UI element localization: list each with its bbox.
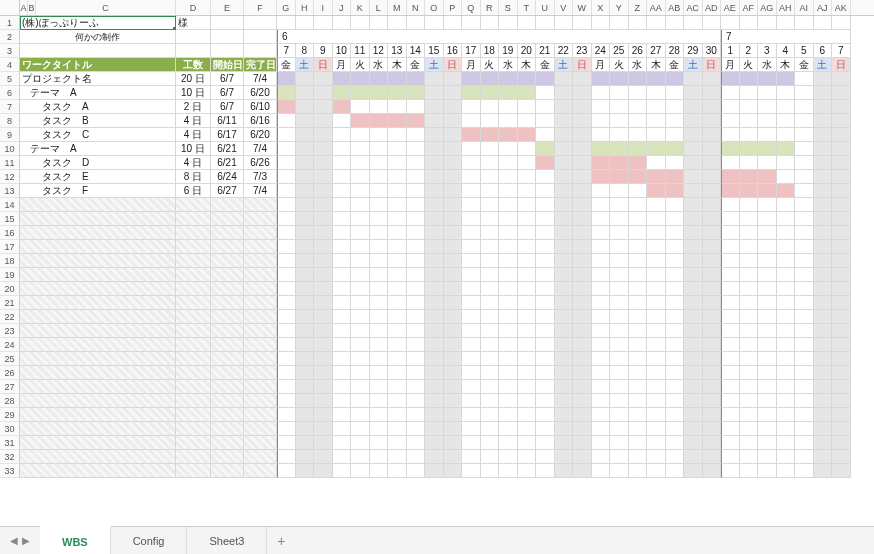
gantt-cell[interactable] [314, 100, 333, 114]
gantt-cell[interactable] [296, 184, 315, 198]
day-num-2[interactable]: 9 [314, 44, 333, 58]
gantt-cell[interactable] [296, 170, 315, 184]
gantt-cell[interactable] [573, 170, 592, 184]
gantt-cell[interactable] [721, 128, 740, 142]
day-num-9[interactable]: 16 [444, 44, 463, 58]
gantt-cell[interactable] [481, 114, 500, 128]
gantt-cell[interactable] [703, 184, 722, 198]
gantt-cell[interactable] [592, 142, 611, 156]
row-header-27[interactable]: 27 [0, 380, 20, 394]
gantt-cell[interactable] [351, 170, 370, 184]
gantt-cell[interactable] [407, 156, 426, 170]
add-sheet-button[interactable]: + [267, 527, 295, 555]
day-num-23[interactable]: 30 [703, 44, 722, 58]
gantt-cell[interactable] [462, 170, 481, 184]
gantt-cell[interactable] [832, 86, 851, 100]
row-header-8[interactable]: 8 [0, 114, 20, 128]
gantt-cell[interactable] [277, 156, 296, 170]
dow-20[interactable]: 木 [647, 58, 666, 72]
gantt-cell[interactable] [795, 114, 814, 128]
gantt-cell[interactable] [370, 156, 389, 170]
gantt-cell[interactable] [277, 86, 296, 100]
gantt-cell[interactable] [629, 86, 648, 100]
gantt-cell[interactable] [370, 184, 389, 198]
col-header-AB[interactable]: AB [666, 0, 685, 15]
gantt-cell[interactable] [684, 114, 703, 128]
gantt-cell[interactable] [536, 142, 555, 156]
col-header-D[interactable]: D [176, 0, 211, 15]
dow-8[interactable]: 土 [425, 58, 444, 72]
gantt-cell[interactable] [703, 156, 722, 170]
gantt-cell[interactable] [277, 114, 296, 128]
gantt-cell[interactable] [610, 170, 629, 184]
dow-11[interactable]: 火 [481, 58, 500, 72]
gantt-cell[interactable] [758, 170, 777, 184]
task-days-11[interactable]: 4 日 [176, 156, 211, 170]
task-start-5[interactable]: 6/7 [211, 72, 244, 86]
gantt-cell[interactable] [832, 100, 851, 114]
gantt-cell[interactable] [444, 114, 463, 128]
gantt-cell[interactable] [333, 114, 352, 128]
col-header-Q[interactable]: Q [462, 0, 481, 15]
gantt-cell[interactable] [555, 170, 574, 184]
gantt-cell[interactable] [740, 142, 759, 156]
day-num-6[interactable]: 13 [388, 44, 407, 58]
gantt-cell[interactable] [610, 128, 629, 142]
task-end-9[interactable]: 6/20 [244, 128, 277, 142]
col-header-E[interactable]: E [211, 0, 244, 15]
gantt-cell[interactable] [795, 142, 814, 156]
dow-29[interactable]: 土 [814, 58, 833, 72]
gantt-cell[interactable] [740, 170, 759, 184]
gantt-cell[interactable] [758, 86, 777, 100]
gantt-cell[interactable] [703, 114, 722, 128]
gantt-cell[interactable] [296, 100, 315, 114]
task-days-13[interactable]: 6 日 [176, 184, 211, 198]
col-header-J[interactable]: J [333, 0, 352, 15]
row-header-11[interactable]: 11 [0, 156, 20, 170]
col-header-S[interactable]: S [499, 0, 518, 15]
row-header-15[interactable]: 15 [0, 212, 20, 226]
gantt-cell[interactable] [573, 86, 592, 100]
row-header-4[interactable]: 4 [0, 58, 20, 72]
gantt-cell[interactable] [277, 142, 296, 156]
dow-7[interactable]: 金 [407, 58, 426, 72]
gantt-cell[interactable] [647, 114, 666, 128]
col-header-O[interactable]: O [425, 0, 444, 15]
gantt-cell[interactable] [740, 184, 759, 198]
col-header-AJ[interactable]: AJ [814, 0, 833, 15]
gantt-cell[interactable] [703, 170, 722, 184]
gantt-cell[interactable] [684, 128, 703, 142]
gantt-cell[interactable] [370, 170, 389, 184]
gantt-cell[interactable] [333, 128, 352, 142]
gantt-cell[interactable] [333, 184, 352, 198]
row-header-16[interactable]: 16 [0, 226, 20, 240]
gantt-cell[interactable] [351, 100, 370, 114]
gantt-cell[interactable] [592, 114, 611, 128]
task-end-6[interactable]: 6/20 [244, 86, 277, 100]
gantt-cell[interactable] [777, 170, 796, 184]
gantt-cell[interactable] [499, 114, 518, 128]
gantt-cell[interactable] [795, 100, 814, 114]
gantt-cell[interactable] [629, 72, 648, 86]
gantt-cell[interactable] [388, 100, 407, 114]
task-title-13[interactable]: タスク F [20, 184, 176, 198]
row-header-22[interactable]: 22 [0, 310, 20, 324]
day-num-16[interactable]: 23 [573, 44, 592, 58]
gantt-cell[interactable] [814, 184, 833, 198]
gantt-cell[interactable] [647, 156, 666, 170]
gantt-cell[interactable] [314, 170, 333, 184]
col-header-B[interactable]: B [28, 0, 36, 15]
gantt-cell[interactable] [721, 142, 740, 156]
task-title-9[interactable]: タスク C [20, 128, 176, 142]
gantt-cell[interactable] [407, 100, 426, 114]
company-name-cell[interactable]: (株)ぽっぷりーふ [20, 16, 176, 30]
gantt-cell[interactable] [388, 156, 407, 170]
task-start-8[interactable]: 6/11 [211, 114, 244, 128]
gantt-cell[interactable] [684, 100, 703, 114]
dow-25[interactable]: 火 [740, 58, 759, 72]
row-header-17[interactable]: 17 [0, 240, 20, 254]
col-header-I[interactable]: I [314, 0, 333, 15]
gantt-cell[interactable] [777, 100, 796, 114]
day-num-27[interactable]: 4 [777, 44, 796, 58]
gantt-cell[interactable] [703, 128, 722, 142]
